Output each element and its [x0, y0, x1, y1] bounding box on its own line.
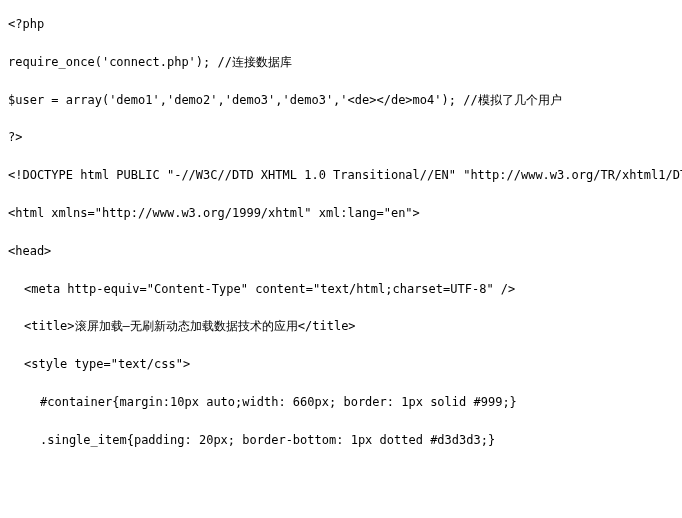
- code-line-6: <html xmlns="http://www.w3.org/1999/xhtm…: [8, 205, 674, 222]
- code-line-11: #container{margin:10px auto;width: 660px…: [8, 394, 674, 411]
- code-line-2: require_once('connect.php'); //连接数据库: [8, 54, 674, 71]
- code-line-4: ?>: [8, 129, 674, 146]
- code-line-10: <style type="text/css">: [8, 356, 674, 373]
- code-line-5: <!DOCTYPE html PUBLIC "-//W3C//DTD XHTML…: [8, 167, 674, 184]
- code-line-12: .single_item{padding: 20px; border-botto…: [8, 432, 674, 449]
- code-line-3: $user = array('demo1','demo2','demo3','d…: [8, 92, 674, 109]
- code-line-1: <?php: [8, 16, 674, 33]
- code-line-7: <head>: [8, 243, 674, 260]
- code-line-8: <meta http-equiv="Content-Type" content=…: [8, 281, 674, 298]
- code-line-9: <title>滚屏加载—无刷新动态加载数据技术的应用</title>: [8, 318, 674, 335]
